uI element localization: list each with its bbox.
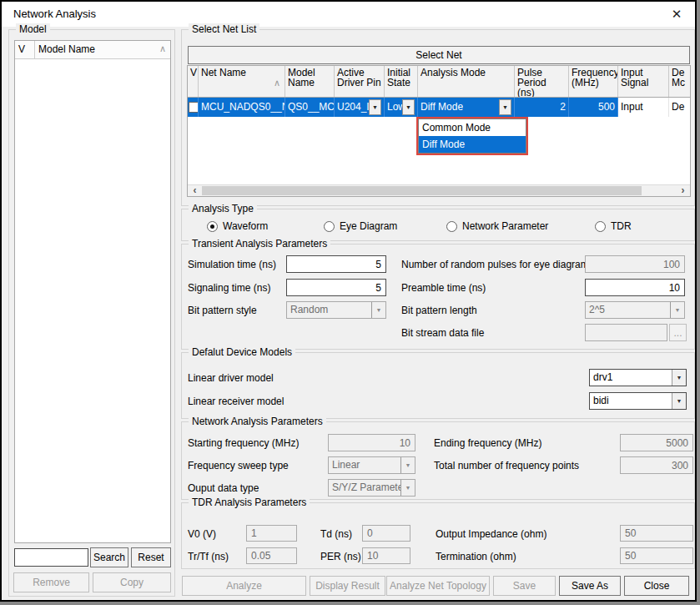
scroll-right-icon[interactable]: ›: [676, 185, 690, 196]
select-net-list-label: Select Net List: [189, 23, 259, 35]
transient-group: Transient Analysis Parameters Simulation…: [181, 244, 695, 350]
frequency-sweep-combo: Linear▼: [328, 456, 415, 474]
col-de-mc[interactable]: De Mc: [669, 66, 690, 97]
bit-pattern-style-combo: Random▼: [286, 301, 386, 319]
row-initial-state[interactable]: Low▼: [385, 98, 418, 117]
col-active-driver-pin[interactable]: Active Driver Pin: [335, 66, 385, 97]
linear-driver-combo[interactable]: drv1▼: [589, 369, 687, 386]
analysis-mode-dropdown-list: Common Mode Diff Mode: [418, 118, 526, 154]
col-v[interactable]: V: [188, 66, 199, 97]
scrollbar-thumb[interactable]: [202, 186, 642, 195]
row-checkbox-cell: [188, 98, 199, 117]
dropdown-arrow-icon[interactable]: ▼: [369, 99, 381, 115]
select-net-button[interactable]: Select Net: [188, 46, 690, 64]
ending-frequency-input: [620, 434, 693, 451]
col-analysis-mode[interactable]: Analysis Mode: [418, 66, 515, 97]
per-label: PER (ns): [320, 551, 361, 562]
random-pulses-input: [585, 255, 685, 273]
net-table-row[interactable]: MCU_NADQS0__N QS0__MCU U204_I▼ Low▼ Diff…: [188, 98, 690, 117]
dropdown-arrow-icon[interactable]: ▼: [499, 99, 511, 115]
tdr-group: TDR Analysis Parameters V0 (V) Td (ns) O…: [181, 502, 695, 569]
title-bar: Network Analysis ✕: [2, 2, 695, 27]
network-analysis-dialog: Network Analysis ✕ Model V Model Name∧ S…: [0, 0, 697, 602]
analysis-mode-dropdown-annotation: Common Mode Diff Mode: [416, 117, 528, 155]
transient-group-label: Transient Analysis Parameters: [189, 238, 330, 250]
output-impedance-input: [620, 525, 693, 542]
dropdown-item-diff-mode[interactable]: Diff Mode: [419, 136, 526, 153]
linear-receiver-combo[interactable]: bidi▼: [589, 392, 687, 410]
row-net-name[interactable]: MCU_NADQS0__N: [199, 98, 285, 117]
reset-button[interactable]: Reset: [131, 547, 171, 567]
frequency-sweep-label: Frequency sweep type: [188, 460, 289, 471]
copy-button[interactable]: Copy: [93, 572, 171, 592]
remove-button[interactable]: Remove: [13, 572, 89, 592]
v0-label: V0 (V): [188, 528, 216, 540]
dropdown-item-common-mode[interactable]: Common Mode: [419, 119, 526, 136]
col-model-name[interactable]: Model Name: [285, 66, 335, 97]
analyze-net-topology-button[interactable]: Analyze Net Topology: [386, 576, 490, 596]
frequency-points-input: [620, 456, 693, 474]
starting-frequency-label: Starting frequency (MHz): [188, 437, 299, 449]
dropdown-arrow-icon[interactable]: ▼: [402, 99, 415, 115]
simulation-time-label: Simulation time (ns): [188, 259, 276, 270]
radio-waveform[interactable]: Waveform: [207, 220, 268, 232]
horizontal-scrollbar[interactable]: ‹ ›: [188, 184, 690, 196]
net-checkbox[interactable]: [189, 102, 199, 113]
termination-label: Termination (ohm): [436, 551, 516, 562]
select-net-list-group: Select Net List Select Net V Net Name∧ M…: [181, 29, 695, 206]
dropdown-arrow-icon: ▼: [400, 457, 415, 473]
model-list: V Model Name∧: [14, 40, 171, 543]
col-input-signal[interactable]: Input Signal: [618, 66, 669, 97]
model-col-name[interactable]: Model Name∧: [35, 41, 170, 58]
col-net-name[interactable]: Net Name∧: [199, 66, 285, 97]
output-data-type-label: Ouput data type: [188, 482, 259, 494]
row-model-name[interactable]: QS0__MCU: [285, 98, 335, 117]
sort-asc-icon: ∧: [159, 43, 166, 54]
window-title: Network Analysis: [13, 8, 96, 20]
analysis-type-group: Analysis Type Waveform Eye Diagram Netwo…: [181, 209, 695, 241]
radio-eye-diagram[interactable]: Eye Diagram: [324, 220, 397, 232]
td-label: Td (ns): [320, 528, 352, 540]
search-button[interactable]: Search: [90, 547, 128, 567]
radio-network-parameter[interactable]: Network Parameter: [446, 220, 548, 232]
net-table-header: V Net Name∧ Model Name Active Driver Pin…: [188, 66, 690, 98]
dropdown-arrow-icon[interactable]: ▼: [672, 393, 686, 409]
col-initial-state[interactable]: Initial State: [385, 66, 418, 97]
tdr-group-label: TDR Analysis Parameters: [189, 497, 310, 508]
row-frequency[interactable]: 500: [569, 98, 618, 117]
close-icon[interactable]: ✕: [667, 5, 687, 23]
bit-pattern-style-label: Bit pattern style: [188, 305, 257, 316]
row-de-mc[interactable]: De: [669, 98, 690, 117]
linear-driver-label: Linear driver model: [188, 372, 274, 384]
linear-receiver-label: Linear receiver model: [188, 396, 284, 407]
network-params-label: Network Analysis Parameters: [189, 416, 326, 427]
v0-input: [246, 525, 297, 542]
row-analysis-mode-combo[interactable]: Diff Mode▼: [418, 98, 515, 117]
row-pulse-period[interactable]: 2: [515, 98, 569, 117]
preamble-time-input[interactable]: [585, 279, 685, 296]
radio-tdr[interactable]: TDR: [595, 220, 632, 232]
device-models-label: Defalut Device Models: [189, 346, 295, 358]
dropdown-arrow-icon[interactable]: ▼: [672, 370, 686, 386]
row-input-signal[interactable]: Input: [618, 98, 669, 117]
simulation-time-input[interactable]: [286, 255, 386, 273]
radio-icon: [446, 221, 457, 232]
model-list-header: V Model Name∧: [15, 41, 170, 59]
browse-button[interactable]: ...: [669, 324, 687, 341]
analyze-button[interactable]: Analyze: [182, 576, 306, 596]
model-col-v[interactable]: V: [15, 41, 35, 58]
signaling-time-input[interactable]: [286, 279, 386, 296]
scroll-left-icon[interactable]: ‹: [188, 185, 202, 196]
td-input: [362, 525, 410, 542]
save-as-button[interactable]: Save As: [559, 576, 621, 596]
bit-pattern-length-label: Bit pattern length: [401, 305, 477, 316]
close-button[interactable]: Close: [624, 576, 689, 596]
save-button[interactable]: Save: [493, 576, 556, 596]
display-result-button[interactable]: Display Result: [310, 576, 385, 596]
model-search-input[interactable]: [14, 548, 88, 567]
row-active-driver-pin[interactable]: U204_I▼: [335, 98, 385, 117]
model-group: Model V Model Name∧ Search Reset Remove …: [8, 29, 175, 597]
col-frequency[interactable]: Frequency (MHz): [569, 66, 618, 97]
output-data-type-combo: S/Y/Z Parameter▼: [328, 479, 415, 497]
col-pulse-period[interactable]: Pulse Period (ns): [515, 66, 569, 97]
